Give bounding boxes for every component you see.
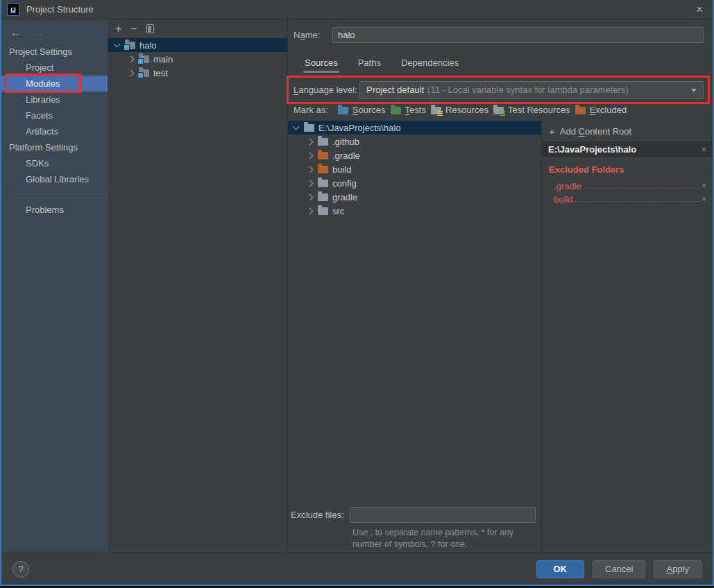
module-tree-label: halo [139, 40, 157, 51]
tab-dependencies[interactable]: Dependencies [401, 58, 459, 74]
tab-paths[interactable]: Paths [358, 58, 381, 74]
add-module-icon[interactable]: + [115, 24, 121, 35]
cancel-button[interactable]: Cancel [593, 560, 645, 578]
folder-icon [318, 207, 328, 215]
module-tree-row-halo[interactable]: halo [108, 38, 287, 52]
content-root-file-tree: E:\JavaProjects\halo .github .gradle [288, 121, 541, 504]
folder-icon [318, 138, 328, 146]
apply-button[interactable]: Apply [654, 560, 702, 578]
module-folder-icon [139, 69, 149, 77]
chevron-down-icon [691, 89, 697, 92]
filetree-row-github[interactable]: .github [288, 135, 541, 148]
chevron-right-icon[interactable] [307, 180, 314, 187]
filetree-label: config [332, 178, 357, 189]
remove-module-icon[interactable]: − [130, 24, 137, 35]
sidebar-item-sdks[interactable]: SDKs [1, 155, 108, 171]
module-folder-icon [125, 42, 135, 49]
language-level-value: Project default [366, 85, 424, 95]
tab-sources[interactable]: Sources [305, 58, 338, 74]
module-name-input[interactable] [332, 27, 704, 43]
sidebar-item-problems[interactable]: Problems [1, 202, 108, 218]
sidebar-item-global-libraries[interactable]: Global Libraries [1, 171, 108, 187]
editor-tabs: Sources Paths Dependencies [288, 49, 713, 74]
module-tree-row-test[interactable]: test [108, 66, 287, 80]
chevron-down-icon[interactable] [293, 123, 300, 130]
folder-icon [318, 180, 328, 187]
remove-content-root-icon[interactable]: × [701, 144, 706, 155]
mark-as-resources[interactable]: Resources [431, 105, 488, 115]
platform-settings-header: Platform Settings [1, 139, 108, 155]
filetree-row-root[interactable]: E:\JavaProjects\halo [288, 121, 541, 135]
ok-button[interactable]: OK [536, 560, 585, 578]
exclude-files-input[interactable] [350, 507, 536, 523]
excluded-folder-gradle[interactable]: .gradle × [542, 178, 713, 191]
folder-icon [318, 193, 328, 201]
filetree-row-gradle-dir[interactable]: .gradle [288, 148, 541, 162]
mark-as-tests[interactable]: Tests [391, 105, 426, 115]
exclude-files-hint: Use ; to separate name patterns, * for a… [352, 527, 541, 551]
remove-excluded-icon[interactable]: × [702, 194, 706, 204]
sidebar-item-modules[interactable]: Modules [1, 76, 108, 92]
excluded-folder-build[interactable]: build × [542, 191, 713, 205]
exclude-files-label: Exclude files: [291, 510, 350, 520]
plus-icon: + [549, 126, 555, 137]
mark-as-excluded[interactable]: Excluded [575, 105, 627, 115]
dotted-leader [584, 188, 699, 189]
settings-sidebar: ← → Project Settings Project Modules Lib… [1, 19, 108, 553]
mark-as-sources[interactable]: Sources [338, 105, 386, 115]
chevron-right-icon[interactable] [307, 138, 314, 145]
dialog-footer: ? OK Cancel Apply [1, 553, 713, 585]
language-level-row: Language level: Project default (11 - Lo… [288, 80, 713, 99]
title-bar: IJ Project Structure × [1, 0, 713, 19]
excluded-folder-icon [318, 152, 328, 159]
remove-excluded-icon[interactable]: × [702, 181, 706, 191]
module-editor-panel: Name: Sources Paths Dependencies Languag… [288, 19, 713, 553]
filetree-label: .gradle [332, 150, 360, 161]
filetree-row-gradle[interactable]: gradle [288, 190, 541, 204]
dotted-leader [575, 201, 699, 202]
help-button[interactable]: ? [12, 561, 29, 578]
mark-as-label: Mark as: [294, 105, 328, 115]
filetree-label: E:\JavaProjects\halo [318, 123, 401, 133]
filetree-row-src[interactable]: src [288, 204, 541, 218]
resources-folder-icon [431, 107, 441, 114]
chevron-down-icon[interactable] [114, 41, 121, 48]
close-icon[interactable]: × [696, 3, 703, 15]
back-arrow-icon[interactable]: ← [10, 26, 21, 38]
add-content-root-button[interactable]: + Add Content Root [542, 121, 713, 141]
sidebar-divider [8, 193, 108, 193]
excluded-folders-header: Excluded Folders [542, 157, 713, 178]
chevron-right-icon[interactable] [307, 166, 314, 173]
chevron-right-icon[interactable] [307, 152, 314, 159]
name-row: Name: [288, 21, 713, 49]
forward-arrow-icon: → [33, 26, 44, 38]
chevron-right-icon[interactable] [307, 193, 314, 200]
filetree-label: src [332, 206, 344, 216]
filetree-label: .github [332, 137, 359, 147]
chevron-right-icon[interactable] [128, 55, 135, 62]
mark-as-test-resources[interactable]: Test Resources [493, 105, 570, 115]
language-level-dropdown[interactable]: Project default (11 - Local variable syn… [359, 81, 704, 99]
sources-folder-icon [338, 107, 348, 114]
content-root-header[interactable]: E:\JavaProjects\halo × [542, 141, 713, 157]
modules-list-panel: + − halo main test [108, 19, 288, 553]
intellij-logo-icon: IJ [7, 3, 19, 16]
sidebar-item-project[interactable]: Project [1, 60, 108, 76]
module-tree-row-main[interactable]: main [108, 52, 287, 66]
dialog-title: Project Structure [26, 4, 94, 15]
language-level-label: Language level: [294, 85, 359, 95]
mark-as-row: Mark as: Sources Tests Resources Test Re… [288, 99, 713, 121]
content-root-path: E:\JavaProjects\halo [548, 144, 636, 155]
excluded-folder-icon [318, 166, 328, 173]
filetree-row-config[interactable]: config [288, 176, 541, 190]
chevron-right-icon[interactable] [307, 207, 314, 214]
sidebar-item-artifacts[interactable]: Artifacts [1, 123, 108, 139]
filetree-label: build [332, 164, 351, 175]
sidebar-item-libraries[interactable]: Libraries [1, 92, 108, 107]
sidebar-item-facets[interactable]: Facets [1, 107, 108, 123]
chevron-right-icon[interactable] [128, 69, 135, 76]
exclude-files-section: Exclude files: Use ; to separate name pa… [288, 504, 541, 553]
filetree-row-build[interactable]: build [288, 162, 541, 176]
folder-icon [304, 124, 314, 132]
copy-module-icon[interactable] [146, 24, 154, 33]
